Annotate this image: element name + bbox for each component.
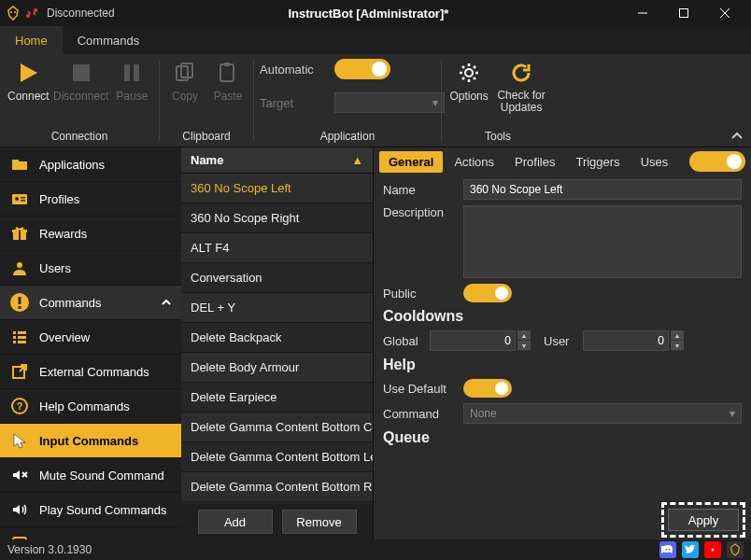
sidebar-item-applications[interactable]: Applications: [0, 147, 181, 182]
svg-rect-18: [21, 197, 25, 199]
check-updates-button[interactable]: Check for Updates: [494, 56, 548, 118]
paste-icon: [215, 60, 241, 86]
bot-status-icon[interactable]: [727, 541, 744, 558]
sidebar-item-overview[interactable]: Overview: [0, 320, 181, 355]
remove-button[interactable]: Remove: [282, 510, 357, 534]
external-icon: [9, 361, 30, 382]
target-label: Target: [260, 96, 319, 110]
description-input[interactable]: [463, 205, 742, 278]
stepper-up-icon[interactable]: ▲: [671, 330, 684, 341]
list-item[interactable]: Delete Gamma Content Bottom Ce...: [181, 413, 373, 442]
list-item[interactable]: Conversation: [181, 263, 373, 293]
use-default-toggle[interactable]: [463, 379, 512, 398]
sidebar-item-input-commands[interactable]: Input Commands: [0, 424, 181, 458]
speaker-mute-icon: [9, 465, 30, 485]
sidebar-item-label: Mute Sound Command: [39, 469, 164, 483]
list-item[interactable]: Delete Backpack: [181, 323, 373, 353]
maximize-button[interactable]: [663, 0, 704, 26]
svg-point-15: [465, 69, 473, 77]
copy-button[interactable]: Copy: [165, 56, 205, 106]
stepper-up-icon[interactable]: ▲: [517, 330, 531, 341]
global-cooldown-stepper[interactable]: ▲▼: [430, 330, 531, 351]
discord-icon[interactable]: [659, 541, 676, 558]
detail-enabled-toggle[interactable]: [689, 151, 745, 172]
name-input[interactable]: [463, 179, 742, 200]
gift-icon: [9, 223, 30, 244]
sidebar-item-rewards[interactable]: Rewards: [0, 217, 181, 251]
sidebar-item-profiles[interactable]: Profiles: [0, 182, 181, 217]
twitter-icon[interactable]: [682, 541, 699, 558]
list-item[interactable]: Delete Gamma Content Bottom Ri...: [181, 472, 373, 502]
list-header-name[interactable]: Name ▲: [181, 147, 373, 174]
list-item[interactable]: Delete Gamma Content Bottom Left: [181, 442, 373, 472]
command-dropdown[interactable]: None ▾: [463, 403, 742, 424]
automatic-toggle[interactable]: [334, 59, 390, 79]
user-cooldown-stepper[interactable]: ▲▼: [583, 330, 684, 351]
svg-rect-5: [680, 9, 688, 18]
public-toggle[interactable]: [463, 284, 512, 302]
tab-home[interactable]: Home: [0, 26, 63, 54]
statusbar: Version 3.0.1930: [0, 539, 751, 560]
sort-asc-icon: ▲: [351, 153, 363, 167]
apply-button-highlight: Apply: [661, 502, 745, 538]
list-item[interactable]: 360 No Scope Right: [181, 203, 373, 233]
pause-button[interactable]: Pause: [111, 56, 153, 106]
svg-rect-9: [124, 64, 130, 81]
cursor-icon: [9, 430, 30, 451]
sidebar-item-commands[interactable]: Commands: [0, 286, 181, 320]
svg-rect-36: [13, 538, 26, 539]
detail-tab-triggers[interactable]: Triggers: [566, 151, 629, 173]
list-item[interactable]: DEL + Y: [181, 293, 373, 323]
apply-button[interactable]: Apply: [668, 509, 739, 531]
options-button[interactable]: Options: [447, 56, 490, 106]
name-field-label: Name: [383, 183, 456, 197]
speaker-icon: [9, 499, 30, 520]
window-title: InstructBot [Administrator]*: [115, 7, 622, 21]
connect-button[interactable]: Connect: [6, 56, 51, 106]
sidebar-item-label: Random Commands: [39, 538, 150, 540]
tab-commands[interactable]: Commands: [63, 26, 154, 54]
sidebar-item-label: Input Commands: [39, 434, 138, 448]
ribbon: Connect Disconnect Pause Connection Copy…: [0, 54, 751, 147]
gear-icon: [456, 60, 482, 86]
close-button[interactable]: [704, 0, 745, 26]
stepper-down-icon[interactable]: ▼: [671, 341, 684, 351]
target-dropdown[interactable]: ▾: [334, 92, 445, 113]
ribbon-group-tools: Tools: [447, 128, 548, 145]
sidebar-item-random-commands[interactable]: Random Commands: [0, 527, 181, 539]
detail-tab-profiles[interactable]: Profiles: [505, 151, 564, 173]
detail-tab-actions[interactable]: Actions: [445, 151, 503, 173]
svg-rect-31: [13, 341, 16, 343]
list-item[interactable]: 360 No Scope Left: [181, 174, 373, 203]
list-item[interactable]: Delete Earpiece: [181, 383, 373, 413]
svg-rect-14: [224, 63, 230, 66]
cooldowns-section-header: Cooldowns: [383, 308, 742, 325]
svg-rect-27: [13, 331, 16, 334]
sidebar-item-label: Applications: [39, 158, 105, 172]
id-card-icon: [9, 189, 30, 209]
dice-icon: [9, 534, 30, 539]
sidebar-item-play-sound-commands[interactable]: Play Sound Commands: [0, 493, 181, 527]
svg-rect-29: [13, 336, 16, 339]
list-item[interactable]: Delete Body Armour: [181, 353, 373, 383]
disconnect-button[interactable]: Disconnect: [55, 56, 107, 106]
ribbon-collapse-icon[interactable]: [730, 130, 744, 143]
command-list-panel: Name ▲ 360 No Scope Left360 No Scope Rig…: [181, 147, 374, 539]
list-item[interactable]: ALT F4: [181, 233, 373, 263]
minimize-button[interactable]: [622, 0, 663, 26]
sidebar-item-mute-sound-command[interactable]: Mute Sound Command: [0, 458, 181, 493]
queue-section-header: Queue: [383, 429, 742, 446]
bot-icon: [6, 6, 21, 21]
public-field-label: Public: [383, 287, 456, 301]
detail-tab-uses[interactable]: Uses: [631, 151, 678, 173]
add-button[interactable]: Add: [198, 510, 273, 534]
youtube-icon[interactable]: [704, 541, 721, 558]
sidebar-item-help-commands[interactable]: ? Help Commands: [0, 389, 181, 424]
stepper-down-icon[interactable]: ▼: [517, 341, 531, 351]
sidebar-item-label: Profiles: [39, 192, 79, 206]
detail-tab-general[interactable]: General: [379, 151, 443, 173]
sidebar-item-users[interactable]: Users: [0, 251, 181, 286]
paste-button[interactable]: Paste: [208, 56, 248, 106]
sidebar-item-external-commands[interactable]: External Commands: [0, 355, 181, 389]
global-field-label: Global: [383, 334, 422, 348]
